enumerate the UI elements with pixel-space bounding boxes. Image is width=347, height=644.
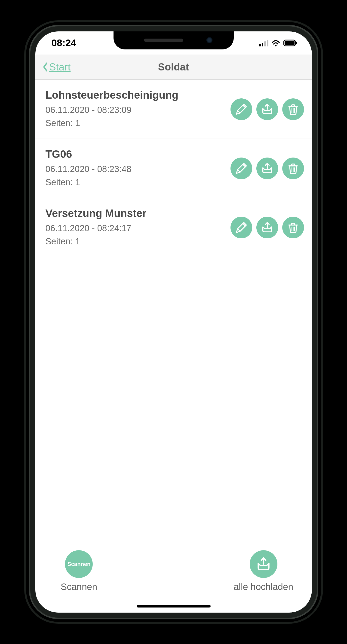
trash-icon (287, 103, 299, 116)
scan-button[interactable]: Scannen (65, 550, 93, 578)
page-title: Soldat (158, 61, 189, 73)
scan-caption: Scannen (61, 582, 97, 592)
upload-all-caption: alle hochladen (234, 582, 293, 592)
back-button[interactable]: Start (42, 61, 71, 73)
footer-toolbar: Scannen Scannen alle hochladen (35, 543, 312, 612)
home-indicator[interactable] (137, 605, 211, 608)
upload-button[interactable] (256, 98, 278, 120)
back-label: Start (49, 61, 71, 73)
pages-count: 1 (75, 236, 80, 246)
speaker-slit (144, 38, 183, 42)
document-list[interactable]: Lohnsteuerbescheinigung 06.11.2020 - 08:… (35, 80, 312, 543)
delete-button[interactable] (282, 98, 304, 120)
pages-prefix: Seiten: (46, 178, 75, 187)
delete-button[interactable] (282, 217, 304, 238)
pencil-icon (235, 162, 248, 175)
upload-button[interactable] (256, 217, 278, 238)
edit-button[interactable] (230, 158, 252, 179)
document-title: TG06 (46, 148, 230, 160)
phone-frame: 08:24 Start Soldat Lohnsteuerbescheinigu… (30, 26, 317, 618)
edit-button[interactable] (230, 217, 252, 238)
nav-bar: Start Soldat (35, 54, 312, 80)
upload-all-button[interactable] (250, 550, 277, 578)
document-row[interactable]: Lohnsteuerbescheinigung 06.11.2020 - 08:… (35, 80, 312, 139)
document-title: Lohnsteuerbescheinigung (46, 89, 230, 101)
device-notch (114, 31, 234, 50)
document-timestamp: 06.11.2020 - 08:23:48 (46, 162, 230, 176)
wifi-icon (272, 39, 280, 47)
pages-prefix: Seiten: (46, 236, 75, 246)
document-row[interactable]: Versetzung Munster 06.11.2020 - 08:24:17… (35, 198, 312, 257)
upload-icon (261, 103, 273, 116)
battery-icon (283, 39, 298, 47)
upload-icon (256, 556, 271, 572)
trash-icon (287, 162, 299, 175)
pages-prefix: Seiten: (46, 118, 75, 128)
document-row[interactable]: TG06 06.11.2020 - 08:23:48 Seiten: 1 (35, 139, 312, 198)
document-pages: Seiten: 1 (46, 117, 230, 130)
trash-icon (287, 221, 299, 234)
chevron-left-icon (42, 62, 48, 72)
pencil-icon (235, 103, 248, 116)
document-timestamp: 06.11.2020 - 08:24:17 (46, 222, 230, 235)
document-pages: Seiten: 1 (46, 235, 230, 248)
edit-button[interactable] (230, 98, 252, 120)
upload-button[interactable] (256, 158, 278, 179)
front-camera (206, 37, 212, 43)
document-title: Versetzung Munster (46, 207, 230, 220)
delete-button[interactable] (282, 158, 304, 179)
status-time: 08:24 (52, 38, 76, 48)
cellular-signal-icon (259, 40, 268, 46)
upload-icon (261, 162, 273, 175)
document-pages: Seiten: 1 (46, 176, 230, 189)
upload-icon (261, 221, 273, 234)
document-timestamp: 06.11.2020 - 08:23:09 (46, 104, 230, 117)
pages-count: 1 (75, 118, 80, 128)
pages-count: 1 (75, 178, 80, 187)
pencil-icon (235, 221, 248, 234)
